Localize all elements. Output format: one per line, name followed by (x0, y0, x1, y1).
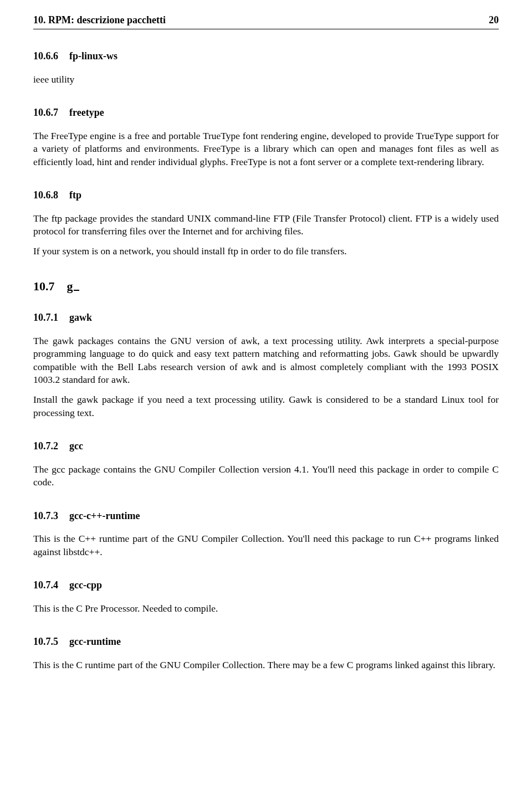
section-10-6-6: 10.6.6fp-linux-ws ieee utility (33, 49, 499, 86)
heading-10-7-4: 10.7.4gcc-cpp (33, 578, 499, 592)
section-10-6-8: 10.6.8ftp The ftp package provides the s… (33, 188, 499, 258)
body-text: The FreeType engine is a free and portab… (33, 130, 499, 169)
heading-number: 10.6.6 (33, 50, 58, 61)
heading-number: 10.7 (33, 279, 55, 293)
heading-number: 10.7.4 (33, 579, 58, 591)
heading-title: gcc-cpp (69, 579, 102, 591)
heading-title: gcc-c++-runtime (69, 510, 140, 521)
heading-title: gcc-runtime (69, 636, 121, 647)
body-text: If your system is on a network, you shou… (33, 245, 499, 258)
heading-number: 10.7.3 (33, 510, 58, 521)
section-10-7-3: 10.7.3gcc-c++-runtime This is the C++ ru… (33, 509, 499, 559)
heading-10-6-6: 10.6.6fp-linux-ws (33, 49, 499, 63)
header-rule (33, 29, 499, 29)
heading-title: g (67, 279, 79, 293)
section-10-7-2: 10.7.2gcc The gcc package contains the G… (33, 439, 499, 489)
heading-title: fp-linux-ws (69, 50, 117, 61)
heading-number: 10.6.8 (33, 189, 58, 201)
header-page-number: 20 (489, 13, 499, 27)
body-text: Install the gawk package if you need a t… (33, 393, 499, 419)
heading-number: 10.6.7 (33, 107, 58, 118)
body-text: The gawk packages contains the GNU versi… (33, 335, 499, 387)
section-10-7-5: 10.7.5gcc-runtime This is the C runtime … (33, 635, 499, 671)
heading-10-7: 10.7g (33, 278, 499, 295)
heading-number: 10.7.2 (33, 440, 58, 452)
heading-title: ftp (69, 189, 81, 201)
body-text: This is the C Pre Processor. Needed to c… (33, 602, 499, 615)
heading-10-7-2: 10.7.2gcc (33, 439, 499, 453)
heading-10-7-1: 10.7.1gawk (33, 311, 499, 324)
heading-number: 10.7.5 (33, 636, 58, 647)
heading-title: gcc (69, 440, 83, 452)
heading-10-7-5: 10.7.5gcc-runtime (33, 635, 499, 648)
body-text: The gcc package contains the GNU Compile… (33, 463, 499, 489)
body-text: This is the C++ runtime part of the GNU … (33, 532, 499, 558)
header-left: 10. RPM: descrizione pacchetti (33, 13, 166, 27)
page-header: 10. RPM: descrizione pacchetti 20 (33, 13, 499, 27)
section-10-7-4: 10.7.4gcc-cpp This is the C Pre Processo… (33, 578, 499, 615)
heading-10-7-3: 10.7.3gcc-c++-runtime (33, 509, 499, 522)
section-10-7: 10.7g (33, 278, 499, 295)
heading-title: gawk (69, 312, 92, 323)
underscore-icon (74, 290, 79, 291)
heading-title: freetype (69, 107, 104, 118)
heading-number: 10.7.1 (33, 312, 58, 323)
heading-10-6-7: 10.6.7freetype (33, 106, 499, 119)
body-text: This is the C runtime part of the GNU Co… (33, 659, 499, 672)
heading-10-6-8: 10.6.8ftp (33, 188, 499, 202)
section-10-7-1: 10.7.1gawk The gawk packages contains th… (33, 311, 499, 419)
body-text: ieee utility (33, 73, 499, 86)
body-text: The ftp package provides the standard UN… (33, 212, 499, 238)
section-10-6-7: 10.6.7freetype The FreeType engine is a … (33, 106, 499, 168)
